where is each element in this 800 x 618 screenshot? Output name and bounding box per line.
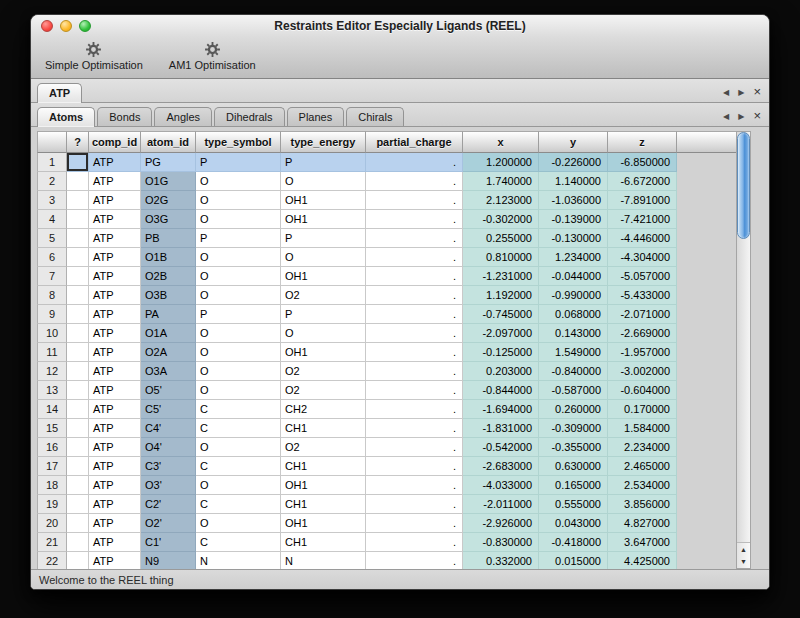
- cell-comp-id[interactable]: ATP: [89, 495, 141, 514]
- cell-x[interactable]: 1.200000: [463, 153, 539, 172]
- col-header-z[interactable]: z: [608, 131, 677, 153]
- cell-type-energy[interactable]: CH1: [281, 457, 366, 476]
- row-number-cell[interactable]: 20: [37, 514, 67, 533]
- col-header-partial-charge[interactable]: partial_charge: [366, 131, 463, 153]
- cell-atom-id[interactable]: C5': [141, 400, 196, 419]
- scroll-down-button[interactable]: ▼: [737, 555, 750, 568]
- cell-x[interactable]: 1.740000: [463, 172, 539, 191]
- cell-comp-id[interactable]: ATP: [89, 229, 141, 248]
- scroll-tabs-right-icon[interactable]: ▶: [738, 113, 744, 121]
- cell-x[interactable]: -0.844000: [463, 381, 539, 400]
- cell-x[interactable]: -2.097000: [463, 324, 539, 343]
- table-row[interactable]: 21 ATP C1' C CH1 . -0.830000 -0.418000 3…: [37, 533, 736, 552]
- cell-question[interactable]: [67, 552, 89, 569]
- cell-x[interactable]: 0.810000: [463, 248, 539, 267]
- row-number-cell[interactable]: 9: [37, 305, 67, 324]
- cell-atom-id[interactable]: O3A: [141, 362, 196, 381]
- cell-question[interactable]: [67, 153, 89, 172]
- cell-partial-charge[interactable]: .: [366, 438, 463, 457]
- simple-optimisation-button[interactable]: Simple Optimisation: [39, 40, 149, 72]
- table-row[interactable]: 5 ATP PB P P . 0.255000 -0.130000 -4.446…: [37, 229, 736, 248]
- cell-x[interactable]: 1.192000: [463, 286, 539, 305]
- cell-type-energy[interactable]: O2: [281, 381, 366, 400]
- col-header-comp-id[interactable]: comp_id: [89, 131, 141, 153]
- cell-y[interactable]: 0.043000: [539, 514, 608, 533]
- cell-y[interactable]: -0.355000: [539, 438, 608, 457]
- cell-question[interactable]: [67, 191, 89, 210]
- cell-comp-id[interactable]: ATP: [89, 438, 141, 457]
- row-number-cell[interactable]: 6: [37, 248, 67, 267]
- cell-question[interactable]: [67, 533, 89, 552]
- cell-atom-id[interactable]: O1A: [141, 324, 196, 343]
- cell-partial-charge[interactable]: .: [366, 533, 463, 552]
- cell-z[interactable]: 2.234000: [608, 438, 677, 457]
- cell-atom-id[interactable]: N9: [141, 552, 196, 569]
- table-row[interactable]: 16 ATP O4' O O2 . -0.542000 -0.355000 2.…: [37, 438, 736, 457]
- cell-comp-id[interactable]: ATP: [89, 400, 141, 419]
- cell-type-symbol[interactable]: O: [196, 267, 281, 286]
- close-button[interactable]: [41, 20, 53, 32]
- cell-comp-id[interactable]: ATP: [89, 362, 141, 381]
- cell-type-energy[interactable]: CH2: [281, 400, 366, 419]
- row-number-cell[interactable]: 13: [37, 381, 67, 400]
- cell-y[interactable]: 0.630000: [539, 457, 608, 476]
- cell-y[interactable]: -0.418000: [539, 533, 608, 552]
- cell-x[interactable]: -0.745000: [463, 305, 539, 324]
- cell-x[interactable]: -0.125000: [463, 343, 539, 362]
- row-number-cell[interactable]: 1: [37, 153, 67, 172]
- cell-comp-id[interactable]: ATP: [89, 305, 141, 324]
- cell-type-symbol[interactable]: O: [196, 191, 281, 210]
- tab-angles[interactable]: Angles: [154, 107, 212, 126]
- cell-y[interactable]: -0.139000: [539, 210, 608, 229]
- table-row[interactable]: 11 ATP O2A O OH1 . -0.125000 1.549000 -1…: [37, 343, 736, 362]
- cell-z[interactable]: 1.584000: [608, 419, 677, 438]
- cell-x[interactable]: -2.011000: [463, 495, 539, 514]
- cell-type-symbol[interactable]: O: [196, 286, 281, 305]
- cell-comp-id[interactable]: ATP: [89, 552, 141, 569]
- cell-partial-charge[interactable]: .: [366, 400, 463, 419]
- col-header-x[interactable]: x: [463, 131, 539, 153]
- cell-partial-charge[interactable]: .: [366, 153, 463, 172]
- cell-type-symbol[interactable]: P: [196, 153, 281, 172]
- cell-x[interactable]: -1.831000: [463, 419, 539, 438]
- cell-z[interactable]: -3.002000: [608, 362, 677, 381]
- col-header-y[interactable]: y: [539, 131, 608, 153]
- cell-type-energy[interactable]: O: [281, 248, 366, 267]
- cell-type-symbol[interactable]: O: [196, 476, 281, 495]
- row-number-cell[interactable]: 15: [37, 419, 67, 438]
- table-row[interactable]: 10 ATP O1A O O . -2.097000 0.143000 -2.6…: [37, 324, 736, 343]
- cell-x[interactable]: -1.694000: [463, 400, 539, 419]
- table-row[interactable]: 1 ATP PG P P . 1.200000 -0.226000 -6.850…: [37, 153, 736, 172]
- col-header-question[interactable]: ?: [67, 131, 89, 153]
- cell-comp-id[interactable]: ATP: [89, 457, 141, 476]
- cell-y[interactable]: 1.549000: [539, 343, 608, 362]
- cell-comp-id[interactable]: ATP: [89, 476, 141, 495]
- cell-x[interactable]: -1.231000: [463, 267, 539, 286]
- cell-y[interactable]: 0.143000: [539, 324, 608, 343]
- cell-question[interactable]: [67, 457, 89, 476]
- cell-question[interactable]: [67, 286, 89, 305]
- cell-atom-id[interactable]: O1G: [141, 172, 196, 191]
- row-number-cell[interactable]: 14: [37, 400, 67, 419]
- table-row[interactable]: 8 ATP O3B O O2 . 1.192000 -0.990000 -5.4…: [37, 286, 736, 305]
- cell-partial-charge[interactable]: .: [366, 305, 463, 324]
- scroll-tabs-left-icon[interactable]: ◀: [723, 113, 729, 121]
- cell-type-energy[interactable]: OH1: [281, 267, 366, 286]
- tab-atoms[interactable]: Atoms: [37, 107, 95, 127]
- cell-comp-id[interactable]: ATP: [89, 248, 141, 267]
- cell-type-symbol[interactable]: C: [196, 495, 281, 514]
- table-row[interactable]: 19 ATP C2' C CH1 . -2.011000 0.555000 3.…: [37, 495, 736, 514]
- cell-type-symbol[interactable]: O: [196, 381, 281, 400]
- cell-atom-id[interactable]: PB: [141, 229, 196, 248]
- table-row[interactable]: 7 ATP O2B O OH1 . -1.231000 -0.044000 -5…: [37, 267, 736, 286]
- col-header-type-symbol[interactable]: type_symbol: [196, 131, 281, 153]
- cell-comp-id[interactable]: ATP: [89, 286, 141, 305]
- cell-x[interactable]: 2.123000: [463, 191, 539, 210]
- cell-y[interactable]: -0.840000: [539, 362, 608, 381]
- cell-z[interactable]: 4.827000: [608, 514, 677, 533]
- col-header-rownum[interactable]: [37, 131, 67, 153]
- table-row[interactable]: 17 ATP C3' C CH1 . -2.683000 0.630000 2.…: [37, 457, 736, 476]
- table-row[interactable]: 12 ATP O3A O O2 . 0.203000 -0.840000 -3.…: [37, 362, 736, 381]
- row-number-cell[interactable]: 16: [37, 438, 67, 457]
- cell-x[interactable]: -2.926000: [463, 514, 539, 533]
